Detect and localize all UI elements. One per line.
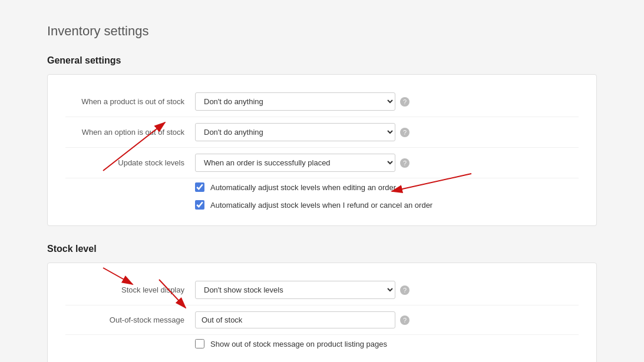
product-out-of-stock-select[interactable]: Don't do anything Set to out of stock Hi… xyxy=(195,92,395,111)
option-out-of-stock-row: When an option is out of stock Don't do … xyxy=(65,117,579,148)
adjust-refund-row: Automatically adjust stock levels when I… xyxy=(195,196,579,214)
update-stock-levels-label: Update stock levels xyxy=(65,158,195,167)
adjust-editing-checkbox[interactable] xyxy=(195,182,204,192)
stock-level-display-label: Stock level display xyxy=(65,285,195,294)
show-out-of-stock-label: Show out of stock message on product lis… xyxy=(210,340,387,348)
stock-level-card: Stock level display Don't show stock lev… xyxy=(47,263,597,362)
out-of-stock-message-label: Out-of-stock message xyxy=(65,315,195,324)
product-out-of-stock-control: Don't do anything Set to out of stock Hi… xyxy=(195,92,579,111)
stock-level-display-select[interactable]: Don't show stock levels Show stock level… xyxy=(195,281,395,299)
product-out-of-stock-row: When a product is out of stock Don't do … xyxy=(65,87,579,117)
out-of-stock-message-control: ? xyxy=(195,311,579,328)
product-out-of-stock-help-icon[interactable]: ? xyxy=(400,97,409,107)
adjust-editing-row: Automatically adjust stock levels when e… xyxy=(195,178,579,196)
show-out-of-stock-checkbox[interactable] xyxy=(195,339,204,348)
stock-level-display-control: Don't show stock levels Show stock level… xyxy=(195,281,579,299)
out-of-stock-message-input[interactable] xyxy=(195,311,395,328)
out-of-stock-message-row: Out-of-stock message ? xyxy=(65,305,579,335)
out-of-stock-message-help-icon[interactable]: ? xyxy=(400,315,409,325)
update-stock-levels-row: Update stock levels When an order is suc… xyxy=(65,148,579,178)
product-out-of-stock-label: When a product is out of stock xyxy=(65,97,195,106)
adjust-refund-label: Automatically adjust stock levels when I… xyxy=(210,201,432,210)
page-title: Inventory settings xyxy=(47,24,597,39)
option-out-of-stock-select[interactable]: Don't do anything Set to out of stock Hi… xyxy=(195,123,395,141)
adjust-refund-checkbox[interactable] xyxy=(195,200,204,210)
general-settings-title: General settings xyxy=(47,55,597,66)
option-out-of-stock-label: When an option is out of stock xyxy=(65,128,195,137)
general-settings-card: When a product is out of stock Don't do … xyxy=(47,74,597,226)
stock-level-display-help-icon[interactable]: ? xyxy=(400,285,409,295)
show-out-of-stock-row: Show out of stock message on product lis… xyxy=(195,335,579,353)
option-out-of-stock-control: Don't do anything Set to out of stock Hi… xyxy=(195,123,579,141)
adjust-editing-label: Automatically adjust stock levels when e… xyxy=(210,183,396,192)
update-stock-levels-control: When an order is successfully placed Man… xyxy=(195,154,579,172)
option-out-of-stock-help-icon[interactable]: ? xyxy=(400,128,409,137)
stock-level-display-row: Stock level display Don't show stock lev… xyxy=(65,275,579,305)
update-stock-levels-help-icon[interactable]: ? xyxy=(400,158,409,168)
update-stock-levels-select[interactable]: When an order is successfully placed Man… xyxy=(195,154,395,172)
stock-level-title: Stock level xyxy=(47,244,597,254)
